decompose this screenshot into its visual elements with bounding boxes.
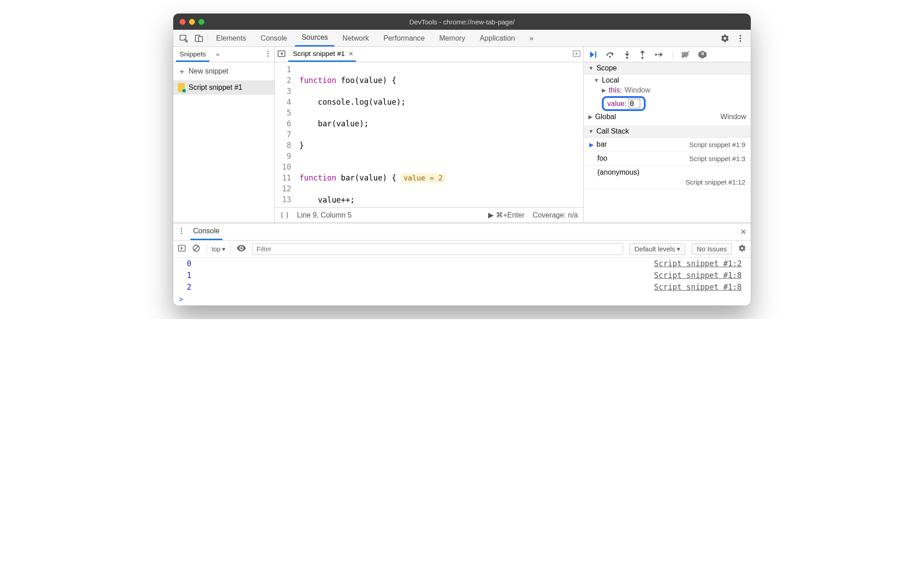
code-editor[interactable]: 12345678910111213 function foo(value) { … bbox=[275, 62, 583, 207]
snippet-item[interactable]: Script snippet #1 bbox=[173, 80, 274, 95]
editor-statusbar: { } Line 9, Column 5 ▶ ⌘+Enter Coverage:… bbox=[275, 207, 583, 222]
run-snippet-button[interactable]: ▶ ⌘+Enter bbox=[488, 211, 524, 219]
scope-this-row[interactable]: ▶ this: Window bbox=[584, 85, 751, 95]
editor-file-tab-label: Script snippet #1 bbox=[293, 50, 345, 58]
pretty-print-icon[interactable]: { } bbox=[280, 211, 289, 219]
clear-console-icon[interactable] bbox=[192, 244, 200, 254]
console-source-link[interactable]: Script snippet #1:2 bbox=[654, 259, 742, 268]
drawer-tabbar: Console × bbox=[173, 223, 751, 241]
svg-point-25 bbox=[240, 247, 243, 250]
close-tab-icon[interactable]: × bbox=[348, 49, 353, 59]
svg-point-3 bbox=[739, 35, 741, 37]
code-content: function foo(value) { console.log(value)… bbox=[296, 62, 583, 207]
step-over-icon[interactable] bbox=[605, 51, 615, 59]
navigator-more-icon[interactable] bbox=[264, 50, 272, 59]
deactivate-breakpoints-icon[interactable] bbox=[681, 51, 690, 59]
resume-icon[interactable] bbox=[588, 50, 597, 59]
svg-point-14 bbox=[642, 56, 643, 58]
svg-line-24 bbox=[194, 246, 199, 250]
scope-global-row[interactable]: ▶ Global Window bbox=[584, 112, 751, 123]
console-settings-icon[interactable] bbox=[738, 244, 746, 254]
line-gutter: 12345678910111213 bbox=[275, 62, 296, 207]
navigator-tab-snippets[interactable]: Snippets bbox=[176, 47, 209, 62]
navigator-tabs: Snippets » bbox=[173, 47, 274, 62]
console-filter-input[interactable] bbox=[252, 243, 623, 255]
svg-rect-11 bbox=[595, 51, 596, 58]
drawer-more-icon[interactable] bbox=[178, 227, 185, 236]
inline-value-hint: value = 2 bbox=[401, 173, 445, 183]
close-drawer-icon[interactable]: × bbox=[740, 226, 746, 238]
disclosure-triangle-icon: ▼ bbox=[588, 65, 594, 71]
svg-point-5 bbox=[739, 40, 741, 42]
sources-panel: Snippets » ＋ New snippet Script snippet … bbox=[173, 47, 751, 223]
console-row[interactable]: 2Script snippet #1:8 bbox=[173, 281, 751, 293]
tab-performance[interactable]: Performance bbox=[377, 30, 431, 46]
live-expression-icon[interactable] bbox=[237, 245, 246, 253]
tab-elements[interactable]: Elements bbox=[210, 30, 253, 46]
step-icon[interactable] bbox=[654, 51, 664, 58]
console-source-link[interactable]: Script snippet #1:8 bbox=[654, 271, 742, 280]
svg-rect-2 bbox=[199, 37, 203, 42]
callstack-frame[interactable]: foo Script snippet #1:3 bbox=[584, 152, 751, 166]
more-menu-icon[interactable] bbox=[734, 32, 747, 45]
issues-button[interactable]: No Issues bbox=[692, 243, 732, 255]
toggle-debugger-icon[interactable] bbox=[573, 50, 581, 59]
new-snippet-button[interactable]: ＋ New snippet bbox=[173, 62, 274, 80]
svg-rect-18 bbox=[703, 52, 704, 55]
separator bbox=[208, 33, 208, 43]
snippet-item-label: Script snippet #1 bbox=[189, 83, 242, 92]
scope-section-header[interactable]: ▼ Scope bbox=[584, 62, 751, 74]
console-row[interactable]: 0Script snippet #1:2 bbox=[173, 258, 751, 269]
log-levels-selector[interactable]: Default levels▾ bbox=[629, 243, 685, 255]
execution-context-selector[interactable]: top▾ bbox=[207, 244, 231, 255]
editing-value-highlight: value: bbox=[602, 96, 646, 111]
debugger-toolbar bbox=[584, 47, 751, 62]
svg-rect-17 bbox=[702, 52, 702, 55]
callstack-section-header[interactable]: ▼ Call Stack bbox=[584, 125, 751, 138]
console-row[interactable]: 1Script snippet #1:8 bbox=[173, 269, 751, 281]
settings-icon[interactable] bbox=[718, 32, 732, 45]
svg-point-19 bbox=[181, 228, 182, 229]
device-toolbar-icon[interactable] bbox=[192, 32, 206, 45]
plus-icon: ＋ bbox=[178, 66, 186, 77]
editor-tabbar: Script snippet #1 × bbox=[275, 47, 583, 62]
console-sidemenu-icon[interactable] bbox=[178, 244, 186, 254]
tab-network[interactable]: Network bbox=[336, 30, 375, 46]
tab-console[interactable]: Console bbox=[254, 30, 294, 46]
coverage-status: Coverage: n/a bbox=[532, 211, 578, 219]
toggle-navigator-icon[interactable] bbox=[277, 50, 286, 59]
scope-value-input[interactable] bbox=[628, 99, 640, 108]
scope-value-row[interactable]: value: bbox=[584, 95, 751, 112]
navigator-sidebar: Snippets » ＋ New snippet Script snippet … bbox=[173, 47, 275, 222]
console-drawer: Console × top▾ Default levels▾ No Issues… bbox=[173, 223, 751, 306]
tab-sources[interactable]: Sources bbox=[295, 30, 334, 46]
svg-point-6 bbox=[268, 51, 269, 52]
svg-point-12 bbox=[609, 56, 611, 58]
console-prompt[interactable]: > bbox=[173, 293, 751, 306]
snippet-file-icon bbox=[178, 83, 185, 92]
scope-local-header[interactable]: ▼Local bbox=[584, 75, 751, 85]
current-frame-icon: ▶ bbox=[589, 141, 594, 148]
svg-point-15 bbox=[655, 53, 657, 55]
window-title: DevTools - chrome://new-tab-page/ bbox=[173, 18, 751, 26]
svg-point-13 bbox=[626, 56, 628, 58]
tabs-overflow-button[interactable]: » bbox=[523, 30, 540, 46]
pause-on-exceptions-icon[interactable] bbox=[698, 50, 707, 59]
tab-memory[interactable]: Memory bbox=[433, 30, 471, 46]
svg-point-8 bbox=[268, 56, 269, 57]
navigator-tabs-overflow[interactable]: » bbox=[212, 47, 223, 62]
inspect-element-icon[interactable] bbox=[177, 32, 190, 45]
panel-tabstrip: Elements Console Sources Network Perform… bbox=[173, 30, 751, 47]
console-toolbar: top▾ Default levels▾ No Issues bbox=[173, 241, 751, 258]
debugger-sidebar: ▼ Scope ▼Local ▶ this: Window value: bbox=[584, 47, 751, 222]
svg-point-21 bbox=[181, 233, 182, 234]
drawer-tab-console[interactable]: Console bbox=[190, 223, 222, 240]
callstack-frame[interactable]: (anonymous) Script snippet #1:12 bbox=[584, 166, 751, 189]
editor-file-tab[interactable]: Script snippet #1 × bbox=[288, 47, 356, 62]
step-into-icon[interactable] bbox=[624, 50, 631, 59]
callstack-frame[interactable]: ▶ bar Script snippet #1:9 bbox=[584, 138, 751, 152]
tab-application[interactable]: Application bbox=[473, 30, 521, 46]
console-source-link[interactable]: Script snippet #1:8 bbox=[654, 282, 742, 292]
svg-point-20 bbox=[181, 231, 182, 232]
step-out-icon[interactable] bbox=[639, 50, 646, 59]
